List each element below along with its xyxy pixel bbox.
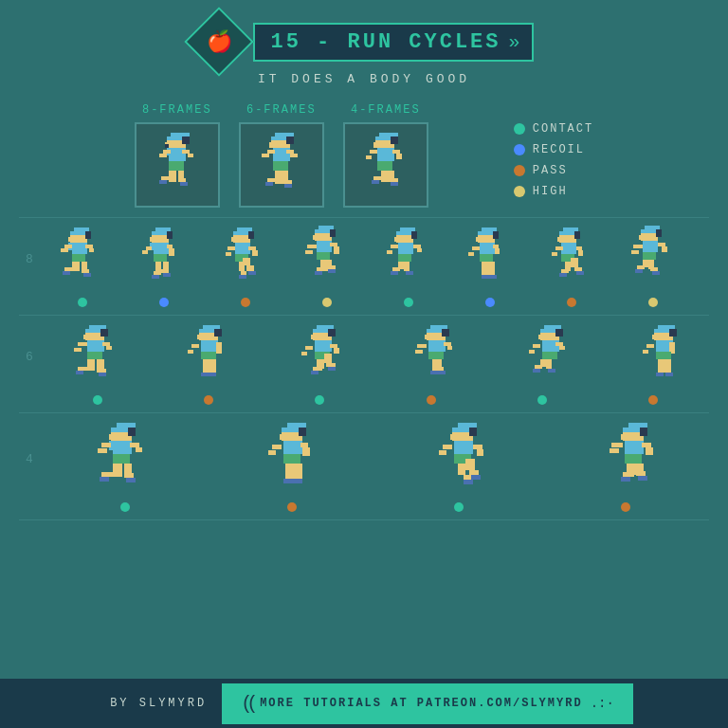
dot-8-6 <box>485 298 495 307</box>
runner-8-8 <box>624 226 679 292</box>
runner-6-4 <box>406 323 470 390</box>
svg-rect-67 <box>82 269 89 273</box>
runner-6-3 <box>292 323 356 390</box>
svg-rect-128 <box>398 243 413 254</box>
legend-high-label: HIGH <box>533 185 568 198</box>
svg-rect-269 <box>533 344 540 348</box>
dot-6-5 <box>537 395 547 405</box>
svg-rect-216 <box>201 373 209 376</box>
apple-icon: 🍎 <box>207 29 232 55</box>
svg-rect-92 <box>231 237 235 242</box>
svg-rect-144 <box>480 243 495 254</box>
svg-rect-76 <box>154 243 169 254</box>
svg-rect-159 <box>574 231 580 239</box>
svg-rect-39 <box>373 142 377 148</box>
svg-rect-210 <box>214 329 222 337</box>
svg-rect-301 <box>124 473 134 478</box>
svg-rect-337 <box>439 450 446 455</box>
runner-4-4 <box>600 421 674 497</box>
svg-rect-225 <box>311 335 315 339</box>
svg-rect-175 <box>639 235 643 240</box>
runner-6-2 <box>178 323 243 390</box>
svg-rect-68 <box>83 273 91 277</box>
svg-rect-333 <box>465 459 475 470</box>
svg-rect-308 <box>280 434 284 440</box>
runner-8-3 <box>216 226 271 292</box>
svg-rect-267 <box>535 365 542 369</box>
row-6-frames <box>40 319 722 393</box>
svg-rect-117 <box>315 271 322 275</box>
svg-rect-219 <box>209 373 216 376</box>
svg-rect-200 <box>76 371 83 374</box>
svg-rect-35 <box>262 154 269 157</box>
row-6-container: 6 <box>19 316 709 393</box>
svg-rect-205 <box>74 348 82 352</box>
svg-rect-103 <box>248 271 256 275</box>
svg-rect-50 <box>391 182 398 186</box>
frame-6-4 <box>381 319 495 393</box>
svg-rect-112 <box>330 243 337 246</box>
svg-rect-320 <box>268 450 276 455</box>
svg-rect-79 <box>169 248 174 256</box>
svg-rect-113 <box>334 246 339 254</box>
footer-left-text: BY SLYMYRD <box>95 697 222 710</box>
svg-rect-206 <box>203 325 220 329</box>
preview-frame-6 <box>239 122 324 208</box>
dot-8-1 <box>78 298 87 307</box>
svg-rect-220 <box>191 344 199 348</box>
svg-rect-118 <box>326 260 332 265</box>
svg-rect-285 <box>646 344 654 348</box>
svg-rect-142 <box>476 237 480 242</box>
svg-rect-271 <box>658 325 675 329</box>
svg-rect-47 <box>372 180 379 184</box>
dot-8-4 <box>322 298 332 307</box>
svg-rect-153 <box>472 246 480 250</box>
svg-rect-209 <box>197 335 201 339</box>
main-container: 🍎 15 - RUN CYCLES » IT DOES A BODY GOOD … <box>0 0 728 728</box>
svg-rect-284 <box>665 373 673 376</box>
svg-rect-203 <box>99 373 106 376</box>
svg-rect-183 <box>652 271 660 275</box>
svg-rect-304 <box>98 448 107 453</box>
preview-frame-8 <box>135 122 220 208</box>
svg-rect-12 <box>161 176 171 180</box>
svg-rect-55 <box>70 235 87 243</box>
svg-rect-150 <box>489 262 495 271</box>
preview-section: 8-FRAMES <box>106 103 622 208</box>
svg-rect-138 <box>387 250 392 254</box>
svg-rect-212 <box>216 342 222 346</box>
dot-6-1 <box>93 395 102 405</box>
frame-4-1 <box>40 417 210 500</box>
svg-rect-277 <box>669 342 675 346</box>
svg-rect-196 <box>106 346 112 350</box>
svg-rect-10 <box>169 161 184 171</box>
svg-rect-155 <box>563 228 578 231</box>
svg-rect-158 <box>557 237 561 242</box>
runner-4-1 <box>88 421 162 497</box>
row-8-container: 8 <box>19 217 709 296</box>
svg-rect-121 <box>307 245 317 248</box>
svg-rect-217 <box>209 359 216 369</box>
svg-rect-179 <box>662 246 667 252</box>
header: 🍎 15 - RUN CYCLES » IT DOES A BODY GOOD <box>0 0 728 86</box>
svg-rect-22 <box>269 142 273 148</box>
legend-contact: CONTACT <box>514 122 593 136</box>
frame-4-3 <box>381 417 552 500</box>
preview-label-4: 4-FRAMES <box>351 103 421 117</box>
subtitle: IT DOES A BODY GOOD <box>258 72 470 86</box>
svg-rect-185 <box>637 265 645 269</box>
svg-rect-74 <box>150 237 154 242</box>
svg-rect-43 <box>396 154 402 159</box>
svg-rect-126 <box>394 237 398 242</box>
svg-rect-122 <box>305 250 313 254</box>
runner-6-5 <box>519 323 584 390</box>
frame-6-1 <box>40 319 154 393</box>
diamond-icon: 🍎 <box>185 7 255 77</box>
row-4-container: 4 <box>19 413 709 500</box>
footer: BY SLYMYRD (( MORE TUTORIALS AT PATREON.… <box>0 679 728 728</box>
svg-rect-247 <box>428 352 444 359</box>
svg-rect-116 <box>317 267 326 271</box>
dot-8-7 <box>567 298 576 307</box>
svg-rect-222 <box>317 325 334 329</box>
svg-rect-46 <box>373 176 383 180</box>
